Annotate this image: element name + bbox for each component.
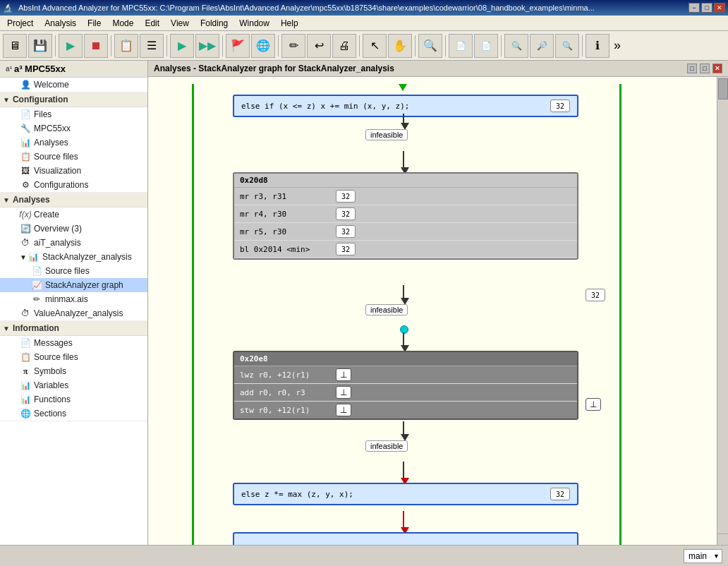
infeasible3-box: infeasible — [365, 441, 408, 451]
panel-maximize[interactable]: □ — [700, 64, 710, 73]
panel-minimize[interactable]: □ — [687, 64, 697, 73]
sidebar-info-source[interactable]: 📋 Source files — [0, 350, 147, 364]
node3-header: 0x20e8 — [234, 352, 577, 366]
app-icon: 🔬 — [3, 4, 13, 13]
scrollbar-thumb[interactable] — [718, 78, 728, 100]
window-title: AbsInt Advanced Analyzer for MPC55xx: C:… — [16, 4, 688, 12]
sidebar-stack-graph[interactable]: 📈 StackAnalyzer graph — [0, 278, 147, 292]
toolbar-btn-cursor[interactable]: ↖ — [363, 34, 387, 58]
sidebar-configurations[interactable]: ⚙ Configurations — [0, 178, 147, 192]
toolbar-sep-4 — [222, 35, 223, 56]
node4[interactable]: else z *= max (z, y, x); 32 — [233, 483, 578, 505]
toolbar-btn-info[interactable]: ℹ — [586, 34, 609, 58]
toolbar-btn-edit[interactable]: ✏ — [281, 34, 305, 58]
vertical-scrollbar[interactable] — [717, 77, 728, 534]
panel-controls: □ □ ✕ — [687, 64, 722, 73]
sidebar-visualization[interactable]: 🖼 Visualization — [0, 164, 147, 178]
val-icon: ⏱ — [20, 308, 31, 319]
cyan-dot — [400, 325, 408, 334]
toolbar-btn-play2[interactable]: ▶ — [170, 34, 194, 58]
toolbar-btn-hand[interactable]: ✋ — [388, 34, 412, 58]
sidebar-mpc55xx[interactable]: 🔧 MPC55xx — [0, 121, 147, 136]
toolbar-btn-search[interactable]: 🔍 — [418, 34, 442, 58]
sidebar-ait[interactable]: ⏱ aiT_analysis — [0, 236, 147, 250]
toolbar-btn-globe[interactable]: 🌐 — [251, 34, 275, 58]
toolbar-btn-play3[interactable]: ▶▶ — [195, 34, 219, 58]
toolbar-btn-page2[interactable]: 📄 — [474, 34, 498, 58]
analyses-arrow: ▼ — [3, 196, 10, 204]
menu-project[interactable]: Project — [1, 17, 39, 30]
sidebar-create[interactable]: f(x) Create — [0, 207, 147, 222]
menu-help[interactable]: Help — [275, 17, 304, 30]
toolbar-btn-table[interactable]: 📋 — [114, 34, 138, 58]
toolbar-sep-1 — [55, 35, 56, 56]
node3-row3: stw r0, +12(r1) ⊥ — [234, 402, 577, 419]
info-section[interactable]: ▼ Information — [0, 321, 147, 336]
menu-view[interactable]: View — [165, 17, 195, 30]
top-arrow — [399, 84, 407, 91]
sidebar-functions[interactable]: 📊 Functions — [0, 392, 147, 407]
node3-side: ⊥ — [586, 398, 601, 411]
toolbar-btn-zoom-out[interactable]: 🔍 — [555, 34, 579, 58]
status-dropdown[interactable]: main — [684, 549, 722, 563]
node3-instr3: stw r0, +12(r1) — [240, 406, 332, 415]
sect-icon: 🌐 — [20, 408, 31, 419]
main-layout: a³ a³ MPC55xx 👤 Welcome ▼ Configuration … — [0, 61, 728, 545]
toolbar-btn-zoom-in[interactable]: 🔎 — [530, 34, 554, 58]
menu-folding[interactable]: Folding — [195, 17, 233, 30]
node3[interactable]: 0x20e8 lwz r0, +12(r1) ⊥ add r0, r0, r3 … — [233, 351, 578, 420]
config-section[interactable]: ▼ Configuration — [0, 92, 147, 107]
minimize-button[interactable]: − — [688, 3, 700, 13]
sidebar-symbols[interactable]: π Symbols — [0, 364, 147, 378]
create-icon: f(x) — [20, 209, 31, 220]
node3-row1: lwz r0, +12(r1) ⊥ — [234, 366, 577, 384]
node1-text: else if (x <= z) x += min (x, y, z); — [241, 102, 409, 111]
vline-left — [192, 84, 194, 545]
node4-text: else z *= max (z, y, x); — [241, 490, 353, 499]
node2[interactable]: 0x20d8 mr r3, r31 32 mr r4, r30 32 mr r5… — [233, 172, 578, 260]
sidebar-welcome[interactable]: 👤 Welcome — [0, 78, 147, 92]
sidebar-minmax-ais[interactable]: ✏ minmax.ais — [0, 292, 147, 306]
toolbar-btn-lines[interactable]: ☰ — [140, 34, 164, 58]
analyses-label: Analyses — [13, 195, 50, 205]
node3-instr1: lwz r0, +12(r1) — [240, 371, 332, 380]
menu-edit[interactable]: Edit — [139, 17, 165, 30]
toolbar-btn-stop[interactable]: ⏹ — [84, 34, 108, 58]
sidebar-variables[interactable]: 📊 Variables — [0, 378, 147, 392]
panel-close[interactable]: ✕ — [712, 64, 722, 73]
node2-row3: mr r5, r30 32 — [234, 223, 577, 241]
toolbar-btn-print[interactable]: 🖨 — [332, 34, 356, 58]
node1[interactable]: else if (x <= z) x += min (x, y, z); 32 — [233, 95, 578, 117]
menu-file[interactable]: File — [82, 17, 107, 30]
menu-analysis[interactable]: Analysis — [39, 17, 82, 30]
maximize-button[interactable]: □ — [701, 3, 712, 13]
menu-mode[interactable]: Mode — [107, 17, 139, 30]
toolbar-btn-1[interactable]: 🖥 — [3, 34, 27, 58]
sidebar-stackanalyzer[interactable]: ▼ 📊 StackAnalyzer_analysis — [0, 250, 147, 264]
sidebar-analyses[interactable]: 📊 Analyses — [0, 136, 147, 150]
toolbar-btn-flag[interactable]: 🚩 — [226, 34, 250, 58]
analyses-section[interactable]: ▼ Analyses — [0, 193, 147, 207]
sidebar-messages[interactable]: 📄 Messages — [0, 336, 147, 350]
sidebar-valueanalyzer[interactable]: ⏱ ValueAnalyzer_analysis — [0, 306, 147, 320]
toolbar-btn-undo[interactable]: ↩ — [307, 34, 331, 58]
toolbar-more[interactable]: » — [611, 38, 624, 53]
sidebar-source-files[interactable]: 📄 Source files — [0, 264, 147, 278]
info-group: ▼ Information 📄 Messages 📋 Source files … — [0, 321, 147, 421]
sidebar-overview[interactable]: 🔄 Overview (3) — [0, 222, 147, 236]
close-button[interactable]: ✕ — [714, 3, 725, 13]
sidebar-sections[interactable]: 🌐 Sections — [0, 407, 147, 421]
menu-window[interactable]: Window — [233, 17, 275, 30]
node5-partial[interactable] — [233, 532, 578, 545]
toolbar-btn-save[interactable]: 💾 — [28, 34, 52, 58]
sidebar-source-config[interactable]: 📋 Source files — [0, 150, 147, 164]
ais-icon: ✏ — [31, 294, 42, 305]
sidebar-files[interactable]: 📄 Files — [0, 107, 147, 121]
info-arrow: ▼ — [3, 325, 10, 332]
toolbar-btn-play[interactable]: ▶ — [59, 34, 83, 58]
content-header: Analyses - StackAnalyzer graph for Stack… — [148, 61, 728, 77]
graph-area[interactable]: else if (x <= z) x += min (x, y, z); 32 … — [148, 77, 728, 545]
node3-badge3: ⊥ — [336, 404, 351, 416]
toolbar-btn-zoom-fit[interactable]: 🔍 — [504, 34, 528, 58]
toolbar-btn-page1[interactable]: 📄 — [449, 34, 473, 58]
